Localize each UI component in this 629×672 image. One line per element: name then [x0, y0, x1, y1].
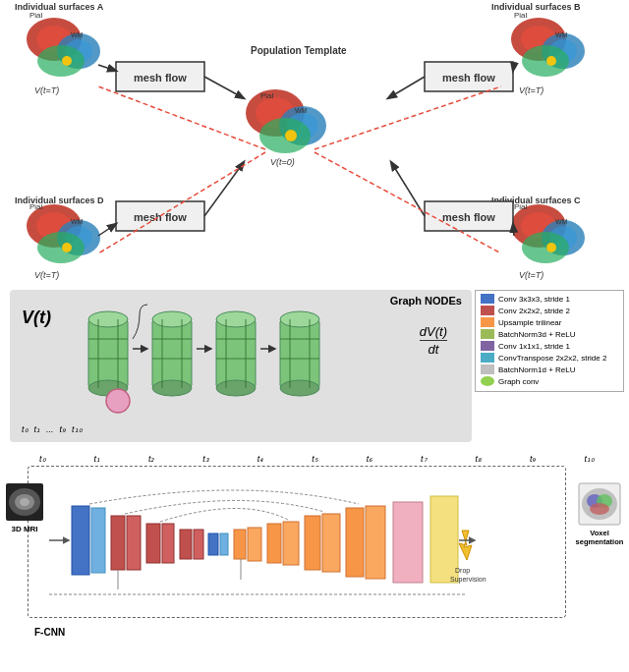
svg-rect-110	[91, 508, 105, 573]
svg-point-31	[36, 212, 72, 240]
svg-text:WM: WM	[295, 107, 308, 114]
voxel-label: Voxel segmentation	[570, 529, 629, 546]
graph-nodes-section: V(t) t₀ t₁ ... t₉ t₁₀	[10, 290, 472, 442]
bottom-section: t₀ t₁ t₂ t₃ t₄ t₅ t₆ t₇ t₈ t₉ t₁₀ F-CNN …	[0, 452, 629, 672]
v-t-label: V(t)	[22, 308, 51, 328]
svg-text:V(t=T): V(t=T)	[519, 85, 543, 95]
svg-point-3	[65, 39, 92, 63]
svg-point-44	[522, 232, 569, 263]
legend-item-1: Conv 3x3x3, stride 1	[481, 294, 618, 304]
svg-text:WM: WM	[555, 31, 568, 38]
svg-point-33	[65, 226, 92, 250]
svg-rect-126	[366, 506, 385, 579]
svg-rect-54	[425, 62, 513, 91]
legend-item-3: Upsample trilinear	[481, 317, 618, 327]
svg-point-10	[511, 18, 566, 61]
svg-rect-119	[234, 530, 246, 559]
svg-rect-123	[305, 516, 320, 570]
svg-point-2	[57, 33, 100, 69]
svg-rect-128	[430, 496, 458, 583]
svg-point-107	[590, 503, 609, 515]
svg-point-23	[279, 106, 326, 145]
svg-text:WM: WM	[71, 31, 84, 38]
svg-rect-84	[216, 319, 256, 388]
svg-point-71	[88, 311, 128, 327]
svg-text:Individual surfaces C: Individual surfaces C	[491, 196, 581, 205]
legend-item-4: BatchNorm3d + ReLU	[481, 329, 618, 339]
svg-line-61	[98, 224, 116, 236]
svg-line-64	[391, 162, 425, 216]
svg-rect-116	[194, 530, 203, 559]
svg-rect-112	[127, 516, 141, 570]
legend-item-2: Conv 2x2x2, stride 2	[481, 306, 618, 315]
fcnn-label: F-CNN	[34, 627, 65, 638]
svg-text:Pial: Pial	[260, 91, 274, 100]
svg-text:Drop: Drop	[455, 567, 470, 575]
svg-point-22	[256, 97, 295, 129]
svg-text:Pial: Pial	[29, 11, 43, 20]
voxel-section: Voxel segmentation	[570, 481, 629, 546]
graph-nodes-title: Graph NODEs	[390, 295, 462, 307]
mri-section: 3D MRI	[0, 481, 49, 533]
svg-rect-117	[208, 533, 218, 555]
svg-text:mesh flow: mesh flow	[442, 72, 495, 84]
svg-line-60	[204, 162, 244, 216]
svg-line-66	[98, 86, 265, 149]
legend-item-8: Graph conv	[481, 376, 618, 386]
svg-rect-122	[283, 522, 299, 565]
svg-text:Individual surfaces B: Individual surfaces B	[491, 2, 581, 12]
svg-point-40	[511, 204, 566, 248]
mri-icon	[4, 481, 45, 523]
svg-text:V(t=0): V(t=0)	[270, 157, 295, 167]
svg-point-93	[280, 380, 319, 396]
main-container: Pial WM Individual surfaces A V(t=T) Pia…	[0, 0, 629, 672]
svg-line-53	[98, 65, 116, 71]
svg-text:Individual surfaces D: Individual surfaces D	[15, 196, 104, 205]
svg-point-26	[285, 130, 297, 141]
svg-text:Supervision: Supervision	[450, 576, 486, 584]
svg-text:Individual surfaces A: Individual surfaces A	[15, 2, 104, 12]
time-inputs: t₀ t₁ ... t₉ t₁₀	[22, 424, 83, 434]
svg-rect-58	[116, 201, 204, 231]
svg-rect-111	[111, 516, 125, 570]
svg-line-65	[513, 224, 514, 236]
svg-rect-115	[180, 530, 192, 559]
svg-rect-120	[248, 528, 261, 561]
svg-rect-113	[146, 524, 160, 563]
svg-rect-77	[152, 319, 192, 388]
svg-rect-91	[280, 319, 319, 388]
svg-point-11	[521, 26, 556, 53]
svg-point-34	[37, 232, 85, 263]
legend-item-7: BatchNorm1d + ReLU	[481, 364, 618, 374]
svg-point-35	[62, 243, 72, 252]
svg-point-79	[152, 380, 192, 396]
svg-line-67	[314, 86, 501, 149]
svg-line-68	[98, 152, 265, 253]
legend-item-5: Conv 1x1x1, stride 1	[481, 341, 618, 351]
svg-point-86	[216, 380, 256, 396]
svg-rect-62	[425, 201, 513, 231]
svg-line-52	[204, 77, 244, 98]
svg-rect-109	[72, 506, 89, 575]
svg-rect-121	[267, 524, 281, 563]
svg-point-85	[216, 311, 256, 327]
svg-point-1	[36, 26, 72, 53]
svg-point-24	[287, 113, 318, 139]
svg-rect-70	[88, 319, 128, 388]
svg-point-98	[106, 389, 130, 413]
top-diagram: Pial WM Individual surfaces A V(t=T) Pia…	[0, 0, 629, 290]
svg-rect-118	[220, 533, 228, 555]
svg-rect-114	[162, 524, 174, 563]
svg-point-25	[259, 118, 311, 153]
svg-text:Pial: Pial	[29, 202, 43, 211]
voxel-icon	[577, 481, 622, 527]
svg-point-5	[62, 56, 72, 66]
svg-rect-50	[116, 62, 204, 91]
svg-point-12	[542, 33, 585, 69]
cylinders-svg	[79, 295, 354, 422]
svg-text:V(t=T): V(t=T)	[34, 85, 59, 95]
svg-text:mesh flow: mesh flow	[134, 211, 187, 223]
svg-marker-131	[459, 531, 472, 560]
svg-rect-127	[393, 502, 423, 583]
time-labels-top: t₀ t₁ t₂ t₃ t₄ t₅ t₆ t₇ t₈ t₉ t₁₀	[39, 454, 595, 464]
